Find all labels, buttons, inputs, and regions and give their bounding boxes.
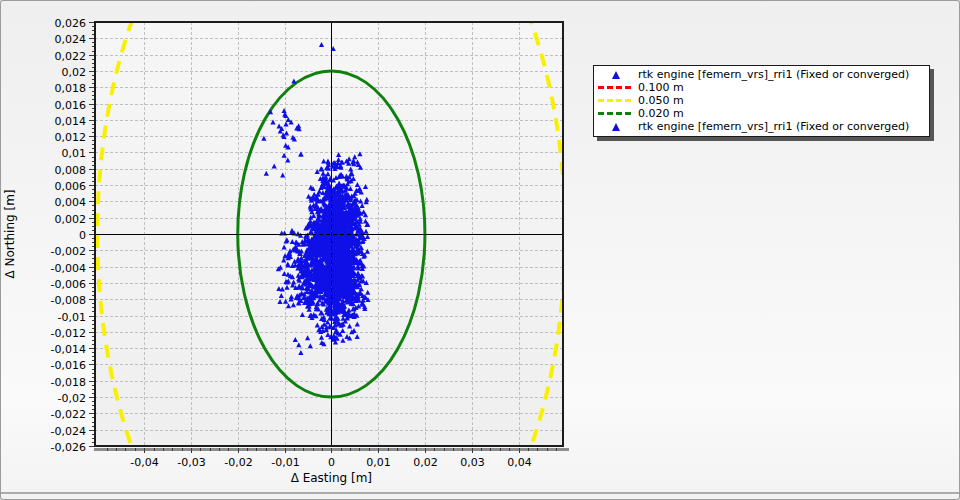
legend-item-label: 0.050 m — [638, 94, 929, 107]
svg-text:0,01: 0,01 — [62, 147, 87, 160]
svg-text:-0,03: -0,03 — [177, 456, 205, 469]
svg-text:-0,024: -0,024 — [51, 425, 86, 438]
svg-text:-0,002: -0,002 — [51, 245, 86, 258]
window-bottom-edge — [1, 492, 959, 494]
svg-text:0,04: 0,04 — [507, 456, 532, 469]
svg-text:0,01: 0,01 — [366, 456, 391, 469]
svg-text:-0,01: -0,01 — [271, 456, 299, 469]
svg-text:0,006: 0,006 — [55, 180, 87, 193]
red-dash-marker-icon — [594, 86, 638, 89]
yellow-dash-marker-icon — [594, 99, 638, 102]
svg-text:0,004: 0,004 — [55, 196, 87, 209]
svg-text:0,002: 0,002 — [55, 213, 87, 226]
svg-text:0: 0 — [79, 229, 86, 242]
svg-text:-0,02: -0,02 — [224, 456, 252, 469]
svg-text:0,016: 0,016 — [55, 99, 87, 112]
svg-text:-0,016: -0,016 — [51, 359, 86, 372]
svg-text:-0,004: -0,004 — [51, 262, 86, 275]
legend-item-label: rtk engine [femern_vrs]_rri1 (Fixed or c… — [638, 68, 929, 81]
svg-text:0: 0 — [328, 456, 335, 469]
x-axis-label: Δ Easting [m] — [291, 471, 372, 485]
triangle-marker-icon — [594, 123, 638, 131]
svg-text:0,02: 0,02 — [62, 66, 87, 79]
triangle-marker-icon — [594, 71, 638, 79]
svg-text:0,018: 0,018 — [55, 82, 87, 95]
legend-item-0100m: 0.100 m — [594, 81, 929, 94]
svg-text:0,02: 0,02 — [413, 456, 438, 469]
legend-item-label: 0.100 m — [638, 81, 929, 94]
legend-item-label: rtk engine [femern_vrs]_rri1 (Fixed or c… — [638, 120, 929, 133]
green-dash-marker-icon — [594, 112, 638, 115]
svg-text:0,008: 0,008 — [55, 164, 87, 177]
svg-text:-0,01: -0,01 — [58, 311, 86, 324]
svg-text:-0,022: -0,022 — [51, 408, 86, 421]
svg-text:-0,006: -0,006 — [51, 278, 86, 291]
svg-text:-0,014: -0,014 — [51, 343, 86, 356]
svg-text:-0,026: -0,026 — [51, 441, 86, 454]
svg-text:-0,008: -0,008 — [51, 294, 86, 307]
legend-item-label: 0.020 m — [638, 107, 929, 120]
svg-text:-0,02: -0,02 — [58, 392, 86, 405]
legend-item-0020m: 0.020 m — [594, 107, 929, 120]
svg-text:0,012: 0,012 — [55, 131, 87, 144]
svg-text:0,014: 0,014 — [55, 115, 87, 128]
svg-text:0,022: 0,022 — [55, 50, 87, 63]
svg-text:-0,012: -0,012 — [51, 327, 86, 340]
svg-text:-0,018: -0,018 — [51, 376, 86, 389]
legend: rtk engine [femern_vrs]_rri1 (Fixed or c… — [593, 65, 930, 137]
svg-text:0,024: 0,024 — [55, 33, 87, 46]
svg-text:0,03: 0,03 — [460, 456, 485, 469]
svg-text:-0,04: -0,04 — [130, 456, 158, 469]
legend-item-series-top: rtk engine [femern_vrs]_rri1 (Fixed or c… — [594, 68, 929, 81]
svg-text:0,026: 0,026 — [55, 17, 87, 30]
chart-window: 0,0260,0240,0220,020,0180,0160,0140,0120… — [0, 0, 960, 500]
legend-item-0050m: 0.050 m — [594, 94, 929, 107]
y-axis-label: Δ Northing [m] — [3, 189, 17, 278]
legend-item-series-bottom: rtk engine [femern_vrs]_rri1 (Fixed or c… — [594, 120, 929, 133]
